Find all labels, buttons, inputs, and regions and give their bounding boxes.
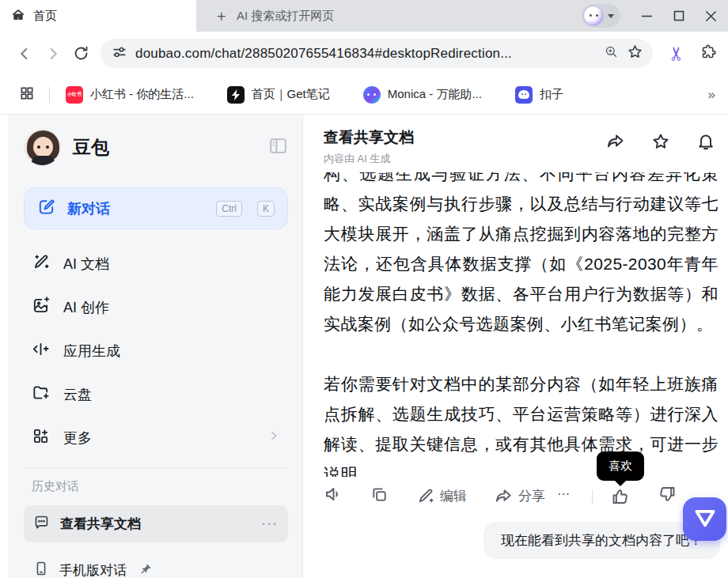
thumbs-down-button[interactable] [658,485,677,508]
xiaohongshu-icon: 小红书 [66,86,83,104]
profile-avatar [583,6,604,26]
shortcut-ctrl: Ctrl [216,201,242,217]
code-sparkle-icon [32,340,50,362]
thumbs-up-button[interactable]: 喜欢 [611,487,630,506]
bookmarks-overflow-chevron[interactable]: » [708,87,715,103]
url-text[interactable]: doubao.com/chat/28850207655416834#deskto… [135,46,596,62]
back-button[interactable] [16,45,33,62]
new-chat-button[interactable]: 新对话 Ctrl K [24,187,288,229]
sidebar-item-more[interactable]: 更多 [24,416,288,459]
image-sparkle-icon [32,297,50,319]
user-message-row: 现在能看到共享的文档内容了吧？ [303,512,728,559]
address-bar[interactable]: doubao.com/chat/28850207655416834#deskto… [100,39,653,68]
site-settings-icon[interactable] [112,44,127,63]
forward-button[interactable] [44,45,62,62]
new-chat-label: 新对话 [67,199,204,218]
bookmark-monica[interactable]: Monica - 万能助... [363,86,482,104]
message-action-bar: 编辑 分享 ⋯ 喜欢 [303,477,728,512]
bookmark-star-icon[interactable] [627,43,643,63]
divider [25,467,286,468]
edit-button[interactable]: 编辑 [416,487,467,505]
ai-response-text: 构、选题生成与验证方法、不同平台内容差异化策略、实战案例与执行步骤，以及总结与行… [303,172,728,477]
chevron-right-icon [267,429,280,446]
chat-header: 查看共享文档 内容由 AI 生成 [303,115,728,172]
kouzi-icon [515,86,533,104]
history-item-more-icon[interactable]: ··· [262,517,279,531]
phone-icon [33,561,49,578]
sidebar-item-cloud-drive[interactable]: 云盘 [24,372,288,416]
bookmark-xiaohongshu[interactable]: 小红书 小红书 - 你的生活... [66,86,194,104]
app-name: 豆包 [73,135,256,160]
ai-paragraph: 构、选题生成与验证方法、不同平台内容差异化策略、实战案例与执行步骤，以及总结与行… [324,172,719,339]
browser-profile-button[interactable] [582,4,620,28]
home-icon [11,8,25,25]
new-chat-icon [37,198,55,219]
pen-sparkle-icon [32,253,50,275]
grid-plus-icon [32,427,50,449]
get-note-icon [227,86,245,104]
chevron-down-icon [608,14,614,18]
doubao-float-button[interactable] [683,497,726,541]
tab-home[interactable]: 首页 [0,0,196,32]
monica-icon [363,86,381,104]
sidebar-item-ai-create[interactable]: AI 创作 [24,285,288,329]
copy-icon[interactable] [370,485,389,508]
share-icon[interactable] [606,132,625,154]
history-item-shared-doc[interactable]: 查看共享文档 ··· [24,505,288,542]
divider [49,87,50,103]
plus-icon: ＋ [214,6,229,26]
shortcut-k: K [257,201,275,217]
more-actions-icon[interactable]: ⋯ [555,486,574,506]
sidebar-item-app-gen[interactable]: 应用生成 [24,329,288,372]
bookmark-kouzi[interactable]: 扣子 [515,86,563,104]
share-button[interactable]: 分享 [495,487,545,505]
penrose-triangle-icon [692,504,719,535]
chat-panel: 查看共享文档 内容由 AI 生成 构、选题生成与验证方法、不同平台内容差异化策略… [303,115,728,578]
history-section-label: 历史对话 [32,479,288,494]
clip-extension-icon[interactable]: ✂ [667,45,686,61]
apps-grid-icon[interactable] [19,85,35,104]
close-button[interactable] [705,10,717,22]
chat-bubble-icon [33,514,50,535]
tab-title: 首页 [33,9,57,24]
extensions-puzzle-icon[interactable] [700,43,717,63]
bookmark-get-note[interactable]: 首页｜Get笔记 [227,86,330,104]
reload-button[interactable] [73,45,89,62]
folder-plus-icon [32,383,50,406]
sidebar: 豆包 新对话 Ctrl K AI 文档 AI 创作 [8,115,303,578]
minimize-button[interactable] [641,10,653,22]
ai-paragraph: 若你需要针对文档中的某部分内容（如年轻上班族痛点拆解、选题生成技巧、平台运营策略… [324,369,719,477]
new-tab-label: AI 搜索或打开网页 [237,9,334,24]
maximize-button[interactable] [673,10,684,21]
user-avatar[interactable] [24,129,61,166]
divider [592,489,593,504]
favorite-star-icon[interactable] [651,132,670,154]
new-tab-search[interactable]: ＋ AI 搜索或打开网页 [196,0,351,32]
collapse-sidebar-icon[interactable] [268,136,288,159]
sidebar-item-ai-doc[interactable]: AI 文档 [24,242,288,285]
browser-tab-bar: 首页 ＋ AI 搜索或打开网页 [0,0,728,32]
window-edge [0,115,8,578]
zoom-icon[interactable] [604,44,619,62]
bookmarks-bar: 小红书 小红书 - 你的生活... 首页｜Get笔记 Monica - 万能助.… [0,75,728,115]
browser-toolbar: doubao.com/chat/28850207655416834#deskto… [0,32,728,75]
pin-icon [140,563,152,578]
history-item-mobile-chat[interactable]: 手机版对话 [24,552,288,578]
read-aloud-icon[interactable] [324,485,343,508]
notification-bell-icon[interactable] [696,132,715,154]
